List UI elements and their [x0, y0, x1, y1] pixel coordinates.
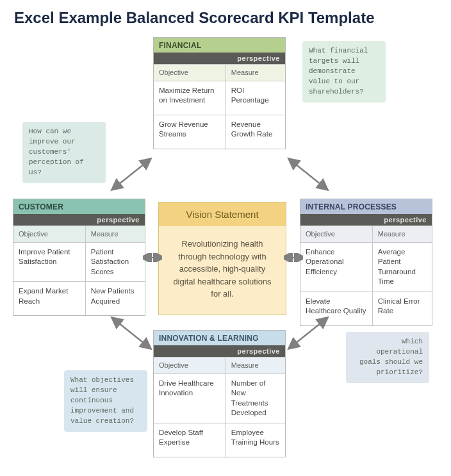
objective-cell: Develop Staff Expertise	[154, 423, 226, 457]
perspective-label: perspective	[13, 214, 145, 226]
measure-cell: Number of New Treatments Developed	[226, 374, 285, 423]
diagram-canvas: FINANCIAL perspective Objective Measure …	[0, 32, 451, 476]
arrow-icon	[109, 314, 154, 352]
vision-box: Vision Statement Revolutionizing health …	[158, 202, 286, 315]
vision-heading: Vision Statement	[159, 202, 286, 226]
arrow-icon	[109, 155, 154, 193]
measure-cell: Clinical Error Rate	[373, 292, 432, 325]
card-financial-title: FINANCIAL	[154, 38, 285, 53]
card-innovation-title: INNOVATION & LEARNING	[154, 331, 285, 345]
col-header-measure: Measure	[226, 357, 285, 373]
svg-line-2	[115, 320, 147, 346]
objective-cell: Expand Market Reach	[13, 282, 86, 315]
objective-cell: Elevate Healthcare Quality	[300, 292, 373, 325]
perspective-label: perspective	[154, 53, 285, 64]
objective-cell: Enhance Operational Efficiency	[300, 243, 373, 291]
measure-cell: Employee Training Hours	[226, 423, 285, 457]
page-title: Excel Example Balanced Scorecard KPI Tem…	[0, 0, 451, 29]
callout-innovation: What objectives will ensure continuous i…	[64, 370, 147, 432]
perspective-label: perspective	[154, 345, 285, 357]
measure-cell: Patient Satisfaction Scores	[86, 243, 145, 282]
table-row: Grow Revenue Streams Revenue Growth Rate	[154, 115, 285, 149]
callout-customer: How can we improve our customers' percep…	[22, 122, 106, 183]
col-header-objective: Objective	[13, 226, 86, 242]
table-row: Maximize Return on Investment ROI Percen…	[154, 81, 285, 115]
col-header-objective: Objective	[154, 357, 226, 373]
objective-cell: Grow Revenue Streams	[154, 115, 226, 149]
card-customer-title: CUSTOMER	[13, 199, 145, 214]
card-customer: CUSTOMER perspective Objective Measure I…	[13, 199, 145, 316]
col-header-measure: Measure	[226, 65, 285, 81]
col-header-objective: Objective	[154, 65, 226, 81]
vision-body: Revolutionizing health through technolog…	[159, 226, 286, 315]
measure-cell: Average Patient Turnaround Time	[373, 243, 432, 291]
card-innovation: INNOVATION & LEARNING perspective Object…	[153, 330, 286, 457]
measure-cell: ROI Percentage	[226, 81, 285, 115]
col-header-measure: Measure	[86, 226, 145, 242]
arrow-icon	[286, 155, 331, 193]
table-row: Develop Staff Expertise Employee Trainin…	[154, 423, 285, 457]
objective-cell: Drive Healthcare Innovation	[154, 374, 226, 423]
table-row: Enhance Operational Efficiency Average P…	[300, 242, 432, 291]
measure-cell: Revenue Growth Rate	[226, 115, 285, 149]
card-internal-title: INTERNAL PROCESSES	[300, 199, 432, 214]
table-row: Elevate Healthcare Quality Clinical Erro…	[300, 291, 432, 325]
table-row: Expand Market Reach New Patients Acquire…	[13, 281, 145, 315]
table-row: Improve Patient Satisfaction Patient Sat…	[13, 242, 145, 282]
objective-cell: Improve Patient Satisfaction	[13, 243, 86, 282]
col-header-measure: Measure	[373, 226, 432, 242]
callout-internal: Which operational goals should we priori…	[346, 332, 429, 383]
card-financial: FINANCIAL perspective Objective Measure …	[153, 37, 286, 149]
svg-line-1	[292, 161, 324, 187]
svg-line-0	[115, 161, 147, 187]
card-internal: INTERNAL PROCESSES perspective Objective…	[300, 199, 432, 326]
table-row: Drive Healthcare Innovation Number of Ne…	[154, 373, 285, 423]
objective-cell: Maximize Return on Investment	[154, 81, 226, 115]
measure-cell: New Patients Acquired	[86, 282, 145, 315]
callout-financial: What financial targets will demonstrate …	[302, 41, 386, 103]
col-header-objective: Objective	[300, 226, 373, 242]
perspective-label: perspective	[300, 214, 432, 226]
